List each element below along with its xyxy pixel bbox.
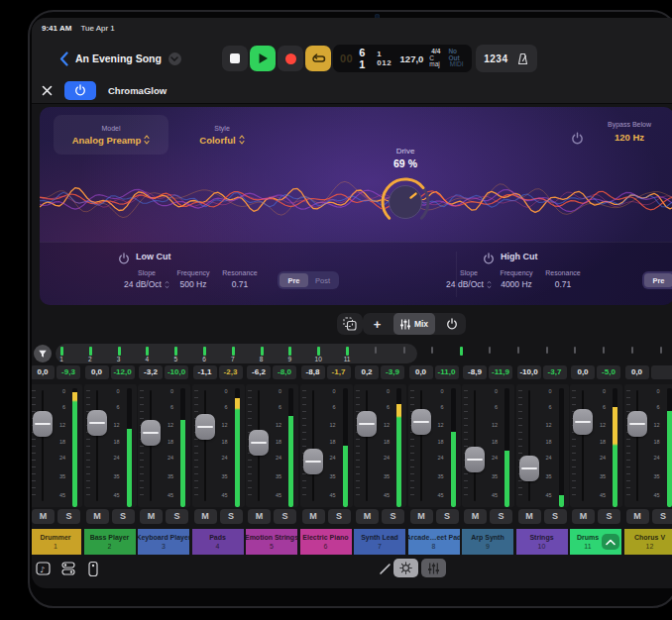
collapse-plugin-chevron[interactable] — [602, 534, 619, 550]
channel-fader[interactable]: 061218243545 — [138, 384, 190, 507]
mute-button[interactable]: M — [194, 509, 217, 524]
fader-scale-label: 24 — [372, 455, 390, 461]
channel-fader[interactable]: 061218243545 — [246, 384, 298, 507]
channel-fader[interactable]: 061218243545 — [32, 384, 82, 507]
close-icon[interactable] — [42, 85, 53, 96]
channel-fader[interactable]: 061218243545 — [462, 384, 514, 507]
channel-fader[interactable]: 061218243545 — [354, 384, 406, 507]
channel-fader[interactable]: 061218243545 — [624, 384, 672, 507]
solo-button[interactable]: S — [328, 509, 351, 524]
mixer-view-button[interactable] — [421, 559, 446, 577]
browsers-button[interactable]: ♪ — [34, 559, 54, 578]
track-name-band[interactable]: Drummer 1 — [32, 529, 81, 555]
low-cut-power-icon[interactable] — [118, 251, 130, 268]
style-selector[interactable]: Style Colorful — [176, 115, 268, 155]
metronome-button[interactable] — [516, 52, 529, 65]
channel-power-button[interactable] — [437, 313, 466, 335]
mute-button[interactable]: M — [86, 509, 109, 524]
track-number: 12 — [646, 543, 654, 551]
channel-overview-ruler[interactable]: 1234567891011 — [32, 344, 672, 365]
drive-knob[interactable] — [376, 172, 435, 232]
channel-fader[interactable]: 061218243545 — [408, 384, 461, 507]
song-menu-chevron-icon[interactable] — [168, 52, 181, 65]
track-name-band[interactable]: Synth Lead 7 — [354, 529, 405, 555]
solo-button[interactable]: S — [220, 509, 243, 524]
track-name-band[interactable]: Chorus V 12 — [624, 529, 672, 555]
filter-button[interactable] — [34, 345, 52, 362]
solo-button[interactable]: S — [274, 509, 296, 524]
track-name-band[interactable]: Bass Player 2 — [84, 529, 136, 555]
solo-button[interactable]: S — [166, 509, 188, 524]
mute-button[interactable]: M — [32, 509, 55, 524]
high-cut-power-icon[interactable] — [483, 251, 495, 268]
edit-button[interactable] — [375, 559, 394, 578]
channel-fader[interactable]: 061218243545 — [300, 384, 353, 507]
waveform-line — [40, 181, 672, 217]
solo-button[interactable]: S — [490, 509, 512, 524]
solo-button[interactable]: S — [652, 509, 672, 524]
pre-option[interactable]: Pre — [644, 273, 672, 287]
mute-button[interactable]: M — [518, 509, 541, 524]
level-control[interactable]: Level 0.0 — [648, 121, 672, 143]
song-title[interactable]: An Evening Song — [75, 52, 162, 64]
add-plugin-button[interactable]: + — [363, 313, 392, 335]
mute-button[interactable]: M — [572, 509, 595, 524]
fader-handle[interactable] — [303, 449, 323, 474]
low-cut-pre-post-toggle[interactable]: Pre Post — [278, 271, 339, 289]
low-cut-resonance[interactable]: Resonance 0.71 — [208, 269, 272, 289]
model-value: Analog Preamp — [72, 135, 142, 146]
solo-button[interactable]: S — [436, 509, 459, 524]
fader-scale-label: 12 — [318, 422, 336, 428]
record-button[interactable] — [278, 46, 303, 71]
track-name-band[interactable]: Electric Piano 6 — [300, 529, 352, 555]
mix-button[interactable]: Mix — [393, 313, 435, 335]
clock: 9:41 AM — [42, 24, 71, 33]
channel-fader[interactable]: 061218243545 — [516, 384, 569, 507]
mute-button[interactable]: M — [410, 509, 433, 524]
high-cut-resonance[interactable]: Resonance 0.71 — [531, 269, 595, 289]
post-option[interactable]: Post — [308, 273, 337, 287]
track-name-band[interactable]: Strings 10 — [516, 529, 568, 555]
track-name-band[interactable]: Pads 4 — [192, 529, 244, 555]
solo-button[interactable]: S — [544, 509, 567, 524]
model-selector[interactable]: Model Analog Preamp — [54, 115, 168, 155]
track-name-band[interactable]: Arcade…eet Pad 8 — [408, 529, 460, 555]
lcd-display[interactable]: 00 6 1 1 012 127,0 4/4 C maj No Out MIDI — [333, 45, 472, 72]
track-name: Drummer — [40, 534, 70, 542]
track-name-band[interactable]: Arp Synth 9 — [462, 529, 513, 555]
mute-button[interactable]: M — [302, 509, 325, 524]
play-surfaces-button[interactable] — [83, 559, 103, 578]
pre-option[interactable]: Pre — [280, 273, 308, 287]
track-name-band[interactable]: Drums 11 — [570, 529, 621, 555]
channel-fader[interactable]: 061218243545 — [84, 384, 137, 507]
solo-button[interactable]: S — [57, 509, 80, 524]
cycle-button[interactable] — [305, 46, 331, 71]
bypass-power-icon[interactable] — [571, 131, 584, 149]
mute-button[interactable]: M — [626, 509, 649, 524]
plugin-power-button[interactable] — [64, 81, 96, 100]
channel-fader[interactable]: 061218243545 — [192, 384, 245, 507]
mute-button[interactable]: M — [140, 509, 163, 524]
count-in-button[interactable]: 1234 — [484, 53, 507, 64]
solo-button[interactable]: S — [382, 509, 404, 524]
overview-tick — [60, 347, 63, 356]
track-name-band[interactable]: Emotion Strings 5 — [246, 529, 297, 555]
play-button[interactable] — [250, 46, 276, 71]
channel-fader[interactable]: 061218243545 — [570, 384, 622, 507]
stop-button[interactable] — [222, 46, 248, 71]
solo-button[interactable]: S — [598, 509, 620, 524]
duplicate-button[interactable] — [337, 313, 363, 335]
plugins-button[interactable] — [58, 559, 78, 578]
controls-view-button[interactable] — [393, 559, 418, 577]
mute-button[interactable]: M — [464, 509, 487, 524]
high-cut-pre-post-toggle[interactable]: Pre Post — [642, 271, 672, 289]
solo-button[interactable]: S — [112, 509, 135, 524]
track-name-band[interactable]: Keyboard Player 3 — [138, 529, 189, 555]
fader-scale-label: 6 — [372, 404, 390, 410]
back-chevron-icon[interactable] — [59, 52, 68, 66]
mute-button[interactable]: M — [248, 509, 271, 524]
mute-button[interactable]: M — [356, 509, 379, 524]
power-icon — [446, 318, 458, 330]
channel-peak-value: -10,0 — [165, 365, 188, 379]
channel-peak-value: -11,9 — [489, 365, 512, 379]
